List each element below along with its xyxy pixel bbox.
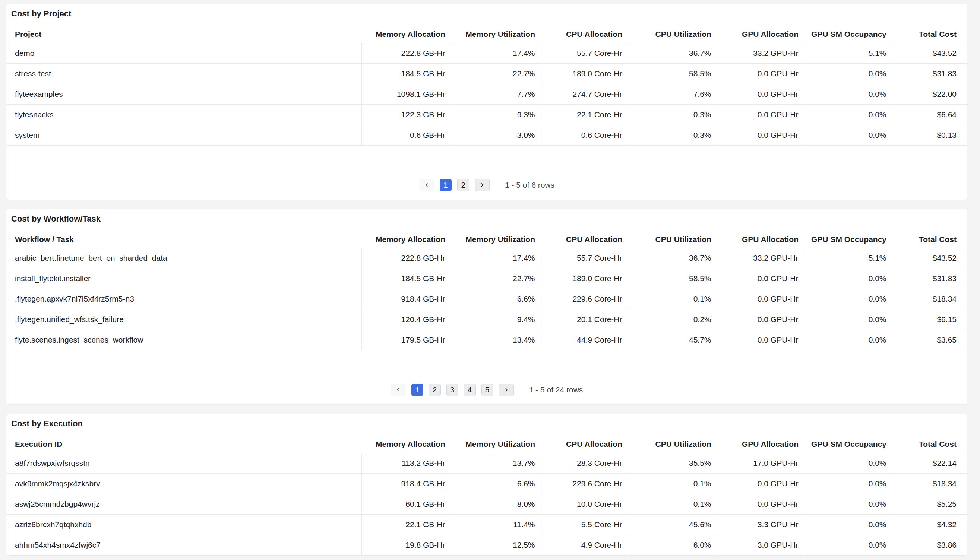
column-header: GPU Allocation [716,26,803,43]
prev-page-button[interactable]: ‹ [419,179,434,192]
value-cell: 0.0 GPU-Hr [716,84,803,104]
value-cell: 9.3% [450,104,540,125]
table-row: azrlz6brcxh7qtqhxhdb22.1 GB-Hr11.4%5.5 C… [6,514,967,535]
next-page-button[interactable]: › [499,383,514,396]
value-cell: $3.86 [891,535,967,555]
value-cell: 4.9 Core-Hr [540,535,627,555]
value-cell: 10.0 Core-Hr [540,494,627,514]
chevron-left-icon: ‹ [397,385,400,394]
value-cell: 274.7 Core-Hr [540,84,627,104]
table-row: ahhm54xh4smx4zfwj6c719.8 GB-Hr12.5%4.9 C… [6,535,967,555]
card-title: Cost by Workflow/Task [6,214,967,224]
next-page-button[interactable]: › [475,179,490,192]
page-button-2[interactable]: 2 [457,179,469,192]
column-header: Memory Utilization [450,231,540,248]
value-cell: 44.9 Core-Hr [540,330,627,350]
column-header: CPU Allocation [540,26,627,43]
page-button-1[interactable]: 1 [411,383,423,396]
value-cell: 58.5% [627,63,716,84]
column-header-id: Execution ID [6,436,361,453]
value-cell: 918.4 GB-Hr [361,473,450,494]
column-header: GPU Allocation [716,231,803,248]
chevron-right-icon: › [481,180,483,189]
value-cell: 22.1 Core-Hr [540,104,627,125]
value-cell: 0.1% [627,494,716,514]
value-cell: 3.0% [450,125,540,145]
value-cell: 0.0% [803,453,891,473]
value-cell: 0.2% [627,309,716,330]
column-header: Memory Allocation [361,26,450,43]
value-cell: 55.7 Core-Hr [540,43,627,63]
row-id-cell: system [6,125,361,145]
table-row: system0.6 GB-Hr3.0%0.6 Core-Hr0.3%0.0 GP… [6,125,967,145]
table-row: flyte.scenes.ingest_scenes_workflow179.5… [6,330,967,350]
table-row: flyteexamples1098.1 GB-Hr7.7%274.7 Core-… [6,84,967,104]
value-cell: $18.34 [891,473,967,494]
value-cell: 0.0% [803,125,891,145]
value-cell: 36.7% [627,248,716,268]
pagination-bar: ‹12›1 - 5 of 6 rows [6,179,967,200]
value-cell: 0.0 GPU-Hr [716,104,803,125]
row-id-cell: install_flytekit.installer [6,268,361,289]
value-cell: 19.8 GB-Hr [361,535,450,555]
value-cell: 0.0 GPU-Hr [716,289,803,309]
column-header: Memory Allocation [361,231,450,248]
value-cell: $31.83 [891,63,967,84]
row-id-cell: aswj25cmmdzbgp4wvrjz [6,494,361,514]
table-row: install_flytekit.installer184.5 GB-Hr22.… [6,268,967,289]
value-cell: 17.4% [450,43,540,63]
row-id-cell: demo [6,43,361,63]
value-cell: 17.4% [450,248,540,268]
column-header-id: Workflow / Task [6,231,361,248]
value-cell: 0.0% [803,63,891,84]
value-cell: 0.0% [803,473,891,494]
table-row: a8f7rdswpxjwfsrgsstn113.2 GB-Hr13.7%28.3… [6,453,967,473]
table-row: arabic_bert.finetune_bert_on_sharded_dat… [6,248,967,268]
value-cell: 0.0% [803,309,891,330]
page-button-2[interactable]: 2 [429,383,441,396]
value-cell: 33.2 GPU-Hr [716,43,803,63]
value-cell: 0.0% [803,535,891,555]
pagination-summary: 1 - 5 of 6 rows [505,181,554,190]
row-id-cell: arabic_bert.finetune_bert_on_sharded_dat… [6,248,361,268]
value-cell: 60.1 GB-Hr [361,494,450,514]
cost-table: Workflow / TaskMemory AllocationMemory U… [6,231,967,351]
value-cell: 6.0% [627,535,716,555]
value-cell: 229.6 Core-Hr [540,289,627,309]
chevron-right-icon: › [505,385,507,394]
table-row: .flytegen.unified_wfs.tsk_failure120.4 G… [6,309,967,330]
value-cell: 229.6 Core-Hr [540,473,627,494]
value-cell: 0.0 GPU-Hr [716,330,803,350]
value-cell: $31.83 [891,268,967,289]
page-button-4[interactable]: 4 [464,383,476,396]
value-cell: 36.7% [627,43,716,63]
value-cell: 22.7% [450,63,540,84]
value-cell: 35.5% [627,453,716,473]
prev-page-button[interactable]: ‹ [391,383,406,396]
cost-table: Execution IDMemory AllocationMemory Util… [6,436,967,555]
card-title: Cost by Project [6,9,967,18]
column-header: CPU Utilization [627,231,716,248]
value-cell: $22.14 [891,453,967,473]
row-id-cell: azrlz6brcxh7qtqhxhdb [6,514,361,535]
value-cell: 184.5 GB-Hr [361,63,450,84]
value-cell: 0.0 GPU-Hr [716,473,803,494]
page-button-3[interactable]: 3 [447,383,458,396]
value-cell: $43.52 [891,43,967,63]
page-button-5[interactable]: 5 [482,383,493,396]
column-header: Memory Utilization [450,436,540,453]
table-row: avk9mmk2mqsjx4zksbrv918.4 GB-Hr6.6%229.6… [6,473,967,494]
value-cell: 45.6% [627,514,716,535]
value-cell: 33.2 GPU-Hr [716,248,803,268]
value-cell: 918.4 GB-Hr [361,289,450,309]
value-cell: $22.00 [891,84,967,104]
value-cell: 0.0 GPU-Hr [716,494,803,514]
value-cell: 20.1 Core-Hr [540,309,627,330]
value-cell: 0.0 GPU-Hr [716,309,803,330]
row-id-cell: flyteexamples [6,84,361,104]
page-button-1[interactable]: 1 [440,179,452,192]
table-row: demo222.8 GB-Hr17.4%55.7 Core-Hr36.7%33.… [6,43,967,63]
column-header: Total Cost [891,436,967,453]
pagination-bar: ‹12345›1 - 5 of 24 rows [6,383,967,404]
value-cell: 222.8 GB-Hr [361,43,450,63]
